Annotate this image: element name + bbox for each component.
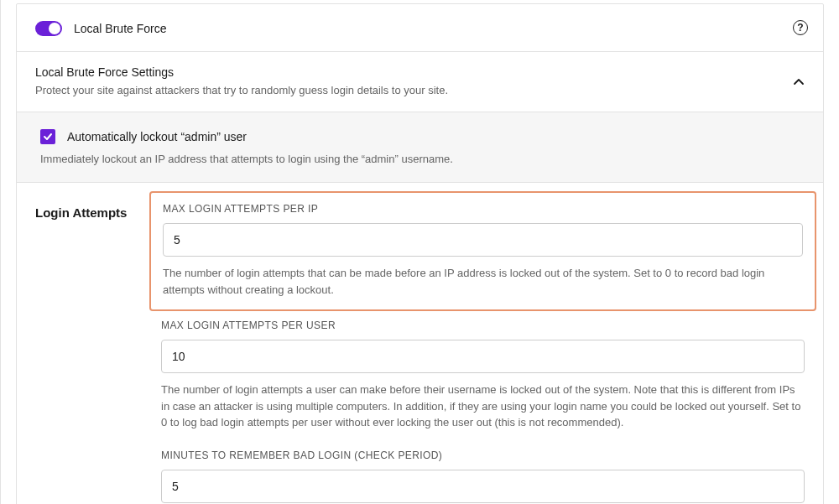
toggle-label: Local Brute Force <box>74 22 167 35</box>
login-attempts-heading: Login Attempts <box>35 201 161 504</box>
settings-subtitle: Protect your site against attackers that… <box>35 84 805 96</box>
login-attempts-fields: MAX LOGIN ATTEMPTS PER IP The number of … <box>161 201 805 504</box>
field-label: MAX LOGIN ATTEMPTS PER USER <box>161 320 805 331</box>
local-brute-force-toggle[interactable] <box>35 21 62 36</box>
field-label: MAX LOGIN ATTEMPTS PER IP <box>163 203 803 215</box>
max-attempts-ip-input[interactable] <box>163 223 803 257</box>
toggle-knob <box>49 23 60 34</box>
admin-lockout-section: Automatically lockout “admin” user Immed… <box>17 112 823 183</box>
max-attempts-user-input[interactable] <box>161 340 805 373</box>
settings-title-row: Local Brute Force Settings Protect your … <box>17 52 823 112</box>
feature-header: Local Brute Force ? <box>17 4 823 52</box>
admin-lockout-desc: Immediately lockout an IP address that a… <box>40 153 800 165</box>
help-icon[interactable]: ? <box>793 20 808 35</box>
settings-title: Local Brute Force Settings <box>35 65 805 79</box>
field-label: MINUTES TO REMEMBER BAD LOGIN (CHECK PER… <box>161 449 805 461</box>
admin-lockout-label: Automatically lockout “admin” user <box>67 130 247 143</box>
settings-panel: Local Brute Force ? Local Brute Force Se… <box>16 3 824 504</box>
admin-lockout-checkbox[interactable] <box>40 129 55 144</box>
minutes-remember-input[interactable] <box>161 470 805 503</box>
login-attempts-section: Login Attempts MAX LOGIN ATTEMPTS PER IP… <box>17 183 823 504</box>
max-attempts-ip-highlight: MAX LOGIN ATTEMPTS PER IP The number of … <box>149 191 816 311</box>
field-desc: The number of login attempts that can be… <box>163 265 803 298</box>
field-desc: The number of login attempts a user can … <box>161 382 805 431</box>
checkbox-row: Automatically lockout “admin” user <box>40 129 800 144</box>
minutes-remember-group: MINUTES TO REMEMBER BAD LOGIN (CHECK PER… <box>161 449 805 505</box>
chevron-up-icon[interactable] <box>793 76 805 88</box>
max-attempts-user-group: MAX LOGIN ATTEMPTS PER USER The number o… <box>161 320 805 431</box>
